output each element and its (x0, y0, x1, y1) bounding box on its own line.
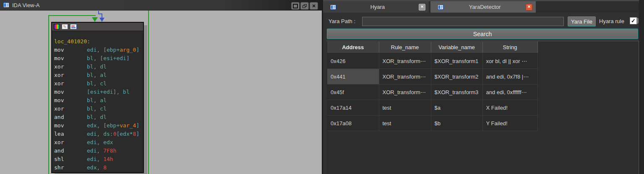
asm-line[interactable]: xorbl, cl (54, 105, 142, 113)
asm-token: mov (54, 88, 87, 96)
asm-line[interactable]: leaedi, ds:0[edx*8] (54, 130, 142, 138)
asm-line[interactable]: xoredi, edx (54, 138, 142, 147)
table-cell[interactable]: $b (431, 116, 482, 131)
window-controls: ✕ (291, 2, 318, 10)
asm-line[interactable]: shledi, 14h (54, 155, 142, 163)
asm-token: arg_0 (120, 47, 136, 53)
asm-line[interactable]: loc_401020: (54, 37, 142, 46)
asm-token: edx, (87, 164, 103, 171)
column-header-rule_name[interactable]: Rule_name (379, 42, 431, 53)
tab-bar: Hyara ✕ YaraDetector ✕ (323, 0, 639, 13)
ida-titlebar[interactable]: IDA View-A ✕ (0, 0, 322, 11)
asm-line[interactable]: movedi, [ebp+arg_0] (54, 46, 142, 54)
asm-line[interactable]: xorbl, dl (54, 63, 142, 71)
table-cell[interactable]: test (379, 116, 431, 131)
hyara-rule-label: Hyara rule (599, 18, 624, 24)
tab-hyara-close-icon[interactable]: ✕ (419, 4, 425, 11)
asm-token: [edx* (116, 131, 133, 137)
asm-token: xor (54, 71, 87, 79)
asm-token: edi, (87, 148, 103, 154)
asm-token: xor (54, 138, 87, 147)
asm-line[interactable]: mov[esi+edi], bl (54, 88, 142, 96)
table-row[interactable]: 0x17a14test$aX Failed! (327, 100, 537, 116)
table-cell[interactable]: $a (431, 100, 482, 116)
asm-line[interactable]: xorbl, cl (54, 79, 142, 88)
table-cell[interactable]: Y Failed! (482, 116, 537, 131)
column-header-variable_name[interactable]: Variable_name (431, 42, 482, 53)
asm-line[interactable]: xorbl, al (54, 71, 142, 79)
asm-token: shl (54, 155, 87, 163)
asm-token: mov (54, 121, 87, 130)
tab-hyara[interactable]: Hyara ✕ (323, 1, 429, 13)
asm-token: mov (54, 54, 87, 63)
table-row[interactable]: 0x426XOR_transform⋯$XOR_transform1xor bl… (327, 53, 537, 69)
table-cell[interactable]: 0x426 (327, 53, 379, 69)
table-cell[interactable]: and edi, 0x7f8 |⋯ (482, 69, 537, 84)
table-cell[interactable]: and edi, 0xffffff⋯ (482, 84, 537, 100)
table-row[interactable]: 0x17a08test$bY Failed! (327, 116, 537, 131)
asm-token: bl, dl (87, 114, 107, 120)
table-row[interactable]: 0x45fXOR_transform⋯$XOR_transform3and ed… (327, 84, 537, 100)
table-cell[interactable]: 0x45f (327, 84, 379, 100)
table-cell[interactable]: test (379, 100, 431, 116)
yara-table-header-row: AddressRule_nameVariable_nameString (327, 42, 537, 53)
asm-token: xor (54, 63, 87, 71)
column-header-string[interactable]: String (482, 42, 537, 53)
table-cell[interactable]: $XOR_transform1 (431, 53, 482, 69)
asm-token: ] (136, 122, 139, 129)
tab-yaradetector[interactable]: YaraDetector ✕ (430, 1, 536, 13)
asm-line[interactable]: movedx, [ebp+var_4] (54, 121, 142, 130)
yara-file-button[interactable]: Yara File (568, 16, 596, 26)
graph-view[interactable]: ✎ loc_401020:movedi, [ebp+arg_0]movbl, [… (0, 11, 322, 174)
table-row[interactable]: 0x441XOR_transform⋯$XOR_transform2and ed… (327, 69, 537, 84)
asm-token: edi, edx (87, 139, 113, 145)
asm-token: xor (54, 79, 87, 88)
column-header-address[interactable]: Address (327, 42, 379, 53)
table-cell[interactable]: 0x17a14 (327, 100, 379, 116)
graph-edge-green-arrowhead (92, 17, 98, 22)
table-cell[interactable]: xor bl, dl || xor ⋯ (482, 53, 537, 69)
table-cell[interactable]: XOR_transform⋯ (379, 53, 431, 69)
asm-token: lea (54, 130, 87, 138)
tab-yaradetector-close-icon[interactable]: ✕ (526, 4, 532, 11)
asm-line[interactable]: movbl, [esi+edi] (54, 54, 142, 63)
screen: IDA View-A ✕ ✎ (0, 0, 644, 174)
asm-token: edi, (87, 156, 103, 162)
ida-view-window: IDA View-A ✕ ✎ (0, 0, 322, 174)
window-title: IDA View-A (12, 2, 40, 8)
asm-line[interactable]: shredx, 8 (54, 163, 142, 172)
restore-button[interactable] (300, 2, 309, 10)
table-cell[interactable]: $XOR_transform3 (431, 84, 482, 100)
asm-line[interactable]: andedi, 7F8h (54, 147, 142, 155)
asm-token: edi, [ebp+ (87, 47, 120, 53)
asm-token: 14h (103, 156, 113, 162)
asm-line[interactable]: movbl, al (54, 96, 142, 105)
table-cell[interactable]: $XOR_transform2 (431, 69, 482, 84)
node-xrefs-icon[interactable] (70, 24, 77, 29)
close-icon: ✕ (312, 4, 315, 8)
asm-token: loc_401020: (54, 38, 90, 45)
yara-table-body: 0x426XOR_transform⋯$XOR_transform1xor bl… (327, 53, 537, 131)
table-cell[interactable]: 0x17a08 (327, 116, 379, 131)
close-button[interactable]: ✕ (310, 2, 318, 10)
yaradetector-tab-icon (437, 4, 444, 11)
node-color-icon[interactable] (54, 24, 60, 29)
yara-path-label: Yara Path : (329, 18, 355, 24)
table-cell[interactable]: X Failed! (482, 100, 537, 116)
table-cell[interactable]: 0x441 (327, 69, 379, 84)
basic-block-node[interactable]: ✎ loc_401020:movedi, [ebp+arg_0]movbl, [… (51, 22, 144, 173)
yara-path-input[interactable] (362, 17, 564, 26)
search-button[interactable]: Search (327, 29, 638, 39)
check-icon: ✓ (631, 18, 636, 24)
table-cell[interactable]: XOR_transform⋯ (379, 69, 431, 84)
asm-token: bl, [esi+edi] (87, 55, 130, 61)
table-cell[interactable]: XOR_transform⋯ (379, 84, 431, 100)
node-edit-icon[interactable]: ✎ (62, 24, 68, 29)
hyara-rule-checkbox[interactable]: ✓ (630, 17, 637, 24)
asm-code: loc_401020:movedi, [ebp+arg_0]movbl, [es… (52, 31, 143, 172)
asm-line[interactable]: andbl, dl (54, 113, 142, 121)
asm-token: var_4 (120, 122, 136, 129)
asm-token: bl, dl (87, 63, 107, 70)
yara-table: AddressRule_nameVariable_nameString 0x42… (327, 42, 538, 131)
maximize-button[interactable] (291, 2, 300, 10)
